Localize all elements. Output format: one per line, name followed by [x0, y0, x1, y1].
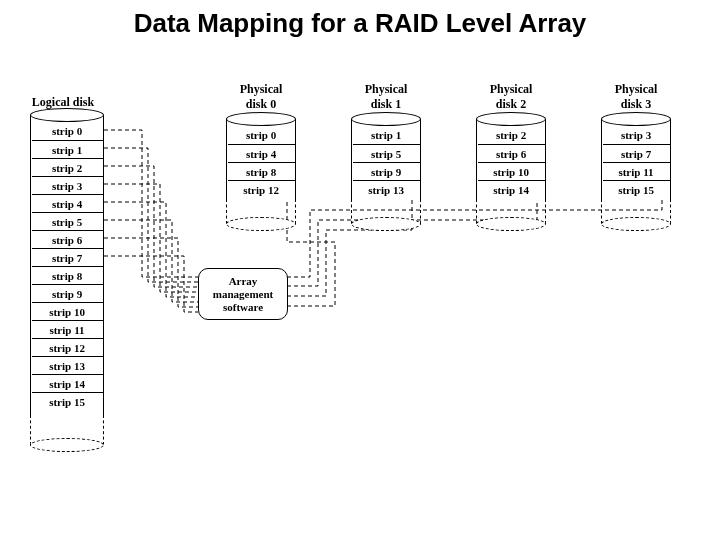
physical-strip: strip 0 — [228, 126, 295, 144]
physical-strip: strip 13 — [353, 180, 420, 198]
physical-strip: strip 3 — [603, 126, 670, 144]
logical-strip: strip 7 — [32, 248, 103, 266]
logical-strip: strip 8 — [32, 266, 103, 284]
physical-strip: strip 11 — [603, 162, 670, 180]
physical-strip: strip 5 — [353, 144, 420, 162]
page-title: Data Mapping for a RAID Level Array — [0, 0, 720, 39]
ams-text-line2: management — [213, 288, 274, 300]
logical-strip: strip 5 — [32, 212, 103, 230]
logical-strip: strip 0 — [32, 122, 103, 140]
logical-strip: strip 13 — [32, 356, 103, 374]
logical-strip: strip 6 — [32, 230, 103, 248]
disk-3-label: Physical disk 3 — [595, 82, 677, 112]
array-management-software: Array management software — [198, 268, 288, 320]
logical-strip: strip 3 — [32, 176, 103, 194]
disk-0-label: Physical disk 0 — [220, 82, 302, 112]
physical-strip: strip 15 — [603, 180, 670, 198]
physical-strip: strip 8 — [228, 162, 295, 180]
logical-strip: strip 10 — [32, 302, 103, 320]
disk-1-label: Physical disk 1 — [345, 82, 427, 112]
logical-strip: strip 4 — [32, 194, 103, 212]
logical-strip: strip 12 — [32, 338, 103, 356]
physical-strip: strip 4 — [228, 144, 295, 162]
logical-strip: strip 15 — [32, 392, 103, 410]
physical-strip: strip 9 — [353, 162, 420, 180]
physical-strip: strip 1 — [353, 126, 420, 144]
physical-strip: strip 7 — [603, 144, 670, 162]
logical-strip: strip 1 — [32, 140, 103, 158]
ams-text-line3: software — [223, 301, 263, 313]
physical-strip: strip 12 — [228, 180, 295, 198]
physical-strip: strip 10 — [478, 162, 545, 180]
logical-strip: strip 9 — [32, 284, 103, 302]
logical-strip: strip 2 — [32, 158, 103, 176]
physical-strip: strip 14 — [478, 180, 545, 198]
ams-text-line1: Array — [229, 275, 258, 287]
physical-strip: strip 2 — [478, 126, 545, 144]
logical-strip: strip 14 — [32, 374, 103, 392]
physical-strip: strip 6 — [478, 144, 545, 162]
mapping-lines — [0, 0, 720, 540]
disk-2-label: Physical disk 2 — [470, 82, 552, 112]
logical-strip: strip 11 — [32, 320, 103, 338]
